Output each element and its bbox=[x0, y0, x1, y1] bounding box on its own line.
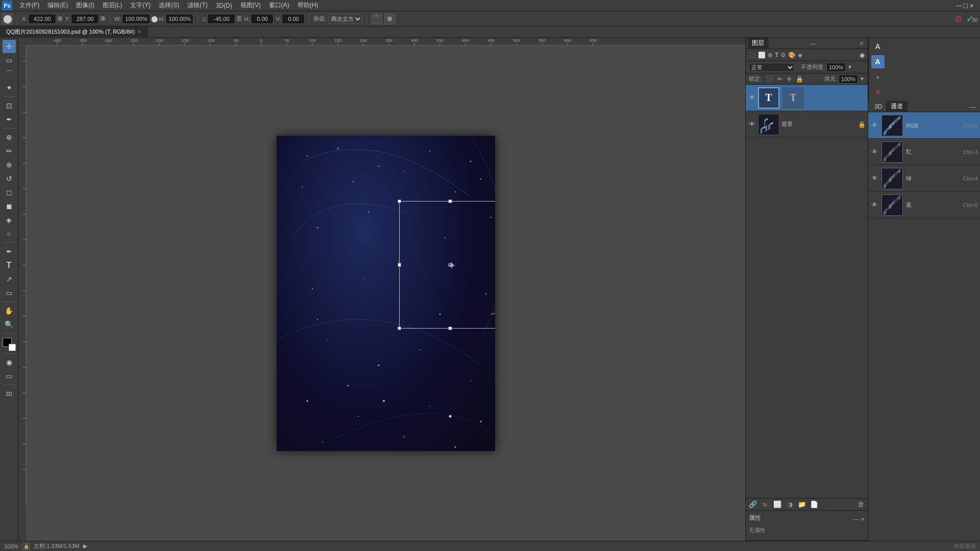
eraser-tool[interactable]: ◻ bbox=[3, 186, 16, 199]
channel-item-blue[interactable]: 👁 蓝 Ctrl+5 bbox=[868, 192, 980, 218]
type-tool[interactable]: T bbox=[3, 259, 16, 272]
menu-select[interactable]: 选择(S) bbox=[155, 0, 183, 11]
background-color[interactable] bbox=[9, 344, 16, 351]
3d-panel-tab[interactable]: 3D bbox=[870, 101, 887, 112]
gradient-tool[interactable]: ◼ bbox=[3, 199, 16, 213]
lock-position-btn[interactable]: ✛ bbox=[787, 76, 792, 83]
document-tab[interactable]: QQ图片20160928151003.psd @ 100% (T, RGB/8#… bbox=[0, 27, 148, 38]
adj-btn-2[interactable]: A bbox=[871, 55, 885, 68]
new-fill-btn[interactable]: ◑ bbox=[785, 499, 795, 510]
healing-tool[interactable]: ⊕ bbox=[3, 131, 16, 144]
skew-v-input[interactable] bbox=[282, 14, 305, 24]
props-close-btn[interactable]: × bbox=[861, 515, 865, 523]
menu-window[interactable]: 窗口(A) bbox=[265, 0, 293, 11]
channel-visibility-red[interactable]: 👁 bbox=[870, 148, 878, 156]
lock-all-btn[interactable]: 🔒 bbox=[796, 76, 803, 83]
window-restore[interactable]: □ bbox=[963, 2, 967, 10]
cancel-transform-icon[interactable]: ⊘ bbox=[954, 13, 962, 24]
shape-tool[interactable]: ▭ bbox=[3, 286, 16, 299]
channels-panel-tab[interactable]: 通道 bbox=[887, 101, 908, 112]
adj-btn-3[interactable]: + bbox=[871, 70, 885, 84]
menu-file[interactable]: 文件(F) bbox=[15, 0, 43, 11]
brush-tool[interactable]: ✏ bbox=[3, 144, 16, 158]
angle-input[interactable] bbox=[207, 14, 235, 24]
menu-text[interactable]: 文字(Y) bbox=[126, 0, 155, 11]
quick-mask-tool[interactable]: ◉ bbox=[3, 356, 16, 369]
layer-visibility-toggle[interactable]: 👁 bbox=[748, 120, 756, 129]
layer-item[interactable]: 👁 背景 � bbox=[746, 111, 868, 138]
dodge-tool[interactable]: ○ bbox=[3, 227, 16, 240]
link-layers-btn[interactable]: 🔗 bbox=[748, 499, 758, 510]
channel-visibility-green[interactable]: 👁 bbox=[870, 174, 878, 183]
filter-kind-effect[interactable]: ◈ bbox=[798, 52, 802, 59]
filter-toggle-icon[interactable]: ⬛ bbox=[749, 52, 756, 58]
add-style-btn[interactable]: fx bbox=[760, 499, 770, 510]
canvas-artwork[interactable] bbox=[277, 136, 495, 451]
filter-switch[interactable]: ◉ bbox=[860, 52, 865, 59]
history-brush-tool[interactable]: ↺ bbox=[3, 172, 16, 185]
y-input[interactable] bbox=[71, 14, 99, 24]
w-input[interactable] bbox=[122, 14, 150, 24]
wh-link-icon[interactable]: ⬤ bbox=[151, 15, 158, 22]
layer-visibility-toggle[interactable]: 👁 bbox=[748, 94, 756, 102]
interpolation-select[interactable]: 两次立方 bbox=[329, 14, 362, 24]
layers-panel-tab[interactable]: 图层 bbox=[748, 38, 769, 49]
delete-layer-btn[interactable]: 🗑 bbox=[855, 499, 866, 510]
lock-pixels-btn[interactable]: ✏ bbox=[777, 76, 782, 83]
lock-transparency-btn[interactable]: ⬛ bbox=[766, 76, 773, 83]
window-minimize[interactable]: ─ bbox=[956, 2, 961, 10]
menu-view[interactable]: 视图(V) bbox=[236, 0, 265, 11]
layer-item[interactable]: 👁 T T bbox=[746, 85, 868, 111]
filter-kind-shape[interactable]: ⚙ bbox=[780, 52, 786, 59]
path-select-tool[interactable]: ↗ bbox=[3, 272, 16, 286]
channel-visibility-rgb[interactable]: 👁 bbox=[870, 121, 878, 130]
new-group-btn[interactable]: 📁 bbox=[797, 499, 807, 510]
3d-btn[interactable]: 3D bbox=[3, 387, 16, 400]
menu-filter[interactable]: 滤镜(T) bbox=[183, 0, 211, 11]
opacity-arrow[interactable]: ▼ bbox=[847, 64, 852, 70]
menu-help[interactable]: 帮助(H) bbox=[293, 0, 323, 11]
move-tool[interactable]: ✛ bbox=[3, 40, 16, 53]
adj-btn-1[interactable]: A bbox=[871, 40, 885, 53]
filter-kind-smart[interactable]: 🎨 bbox=[788, 52, 796, 59]
hand-tool[interactable]: ✋ bbox=[3, 304, 16, 317]
blur-tool[interactable]: ◈ bbox=[3, 213, 16, 227]
stamp-tool[interactable]: ⊗ bbox=[3, 158, 16, 171]
x-input[interactable] bbox=[28, 14, 56, 24]
eyedropper-tool[interactable]: ✒ bbox=[3, 113, 16, 126]
zoom-tool[interactable]: 🔍 bbox=[3, 318, 16, 331]
blend-mode-select[interactable]: 正常 bbox=[749, 63, 795, 72]
filter-kind-adjust[interactable]: ⊕ bbox=[768, 52, 773, 59]
channels-minimize-btn[interactable]: — bbox=[967, 103, 978, 111]
add-mask-btn[interactable]: ⬜ bbox=[772, 499, 782, 510]
channel-item-red[interactable]: 👁 红 Ctrl+3 bbox=[868, 139, 980, 165]
select-tool[interactable]: ▭ bbox=[3, 54, 16, 67]
lasso-tool[interactable]: ⌒ bbox=[3, 67, 16, 81]
canvas-container[interactable] bbox=[27, 46, 745, 541]
channel-item-rgb[interactable]: 👁 RGB Ctrl+2 bbox=[868, 112, 980, 139]
tool-options-arrow[interactable]: ⬤ bbox=[2, 13, 13, 24]
h-input[interactable] bbox=[165, 14, 193, 24]
skew-h-input[interactable] bbox=[251, 14, 274, 24]
pen-tool[interactable]: ✒ bbox=[3, 245, 16, 258]
channel-visibility-blue[interactable]: 👁 bbox=[870, 201, 878, 209]
props-minimize-btn[interactable]: — bbox=[852, 515, 859, 523]
menu-layer[interactable]: 图层(L) bbox=[99, 0, 127, 11]
panel-minimize-btn[interactable]: — bbox=[807, 39, 819, 47]
crop-tool[interactable]: ⊡ bbox=[3, 99, 16, 112]
channel-item-green[interactable]: 👁 绿 Ctrl+4 bbox=[868, 165, 980, 192]
fill-arrow[interactable]: ▼ bbox=[860, 76, 865, 82]
tab-close-button[interactable]: × bbox=[138, 29, 141, 35]
adj-btn-4[interactable]: ✕ bbox=[871, 86, 885, 99]
filter-kind-type[interactable]: T bbox=[775, 52, 778, 59]
opacity-input[interactable] bbox=[826, 63, 846, 72]
warp-icon[interactable]: ⌒ bbox=[371, 13, 382, 24]
screen-mode-btn[interactable]: ▭ bbox=[3, 369, 16, 383]
menu-3d[interactable]: 3D(D) bbox=[212, 1, 236, 10]
filter-kind-pixel[interactable]: ⬜ bbox=[758, 52, 766, 59]
menu-image[interactable]: 图像(I) bbox=[72, 0, 98, 11]
quick-select-tool[interactable]: ✦ bbox=[3, 81, 16, 94]
color-swatches[interactable] bbox=[3, 338, 16, 351]
doc-arrow-btn[interactable]: ▶ bbox=[83, 543, 87, 549]
panel-close-btn[interactable]: × bbox=[857, 39, 866, 47]
